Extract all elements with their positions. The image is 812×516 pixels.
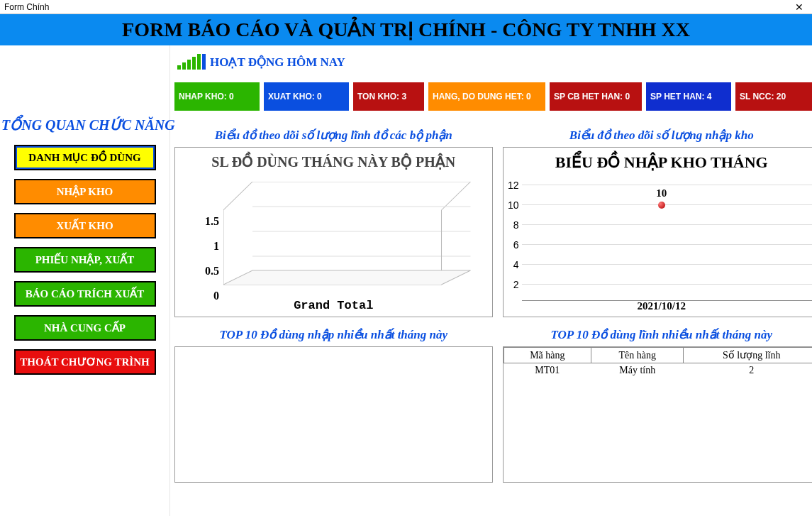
sidebar-header: TỔNG QUAN CHỨC NĂNG: [1, 116, 165, 133]
window-title: Form Chính: [4, 2, 49, 12]
stat-sp-het: SP HET HAN: 4: [646, 82, 731, 111]
window-titlebar: Form Chính ✕: [0, 0, 812, 14]
stat-xuat-kho: XUAT KHO: 0: [264, 82, 349, 111]
ytick: 6: [505, 239, 519, 251]
ytick: 2: [505, 279, 519, 290]
ytick: 1: [184, 240, 219, 253]
left-column: Biểu đồ theo dõi số lượng lĩnh đồ các bộ…: [174, 128, 493, 483]
table-row: MT01 Máy tính 2: [504, 363, 812, 378]
cell-sl-linh: 2: [684, 363, 812, 378]
th-sl-linh: Số lượng lĩnh: [684, 348, 812, 363]
stats-row: NHAP KHO: 0 XUAT KHO: 0 TON KHO: 3 HANG,…: [174, 82, 812, 111]
activity-label: HOẠT ĐỘNG HÔM NAY: [210, 55, 345, 70]
ytick: 4: [505, 259, 519, 270]
right-column: Biểu đồ theo dõi số lượng nhập kho BIỂU …: [503, 128, 813, 483]
chart-right-xlabel: 2021/10/12: [504, 300, 813, 312]
top-left-title: TOP 10 Đồ dùng nhập nhiều nhất tháng này: [174, 327, 493, 342]
cell-ten-hang: Máy tính: [591, 363, 684, 378]
plot-3d-area: [223, 182, 471, 295]
chart-left-xlabel: Grand Total: [175, 299, 492, 312]
ytick: 0.5: [184, 265, 219, 278]
stat-sp-cb-het: SP CB HET HAN: 0: [550, 82, 642, 111]
stat-hang-het: HANG, DO DUNG HET: 0: [428, 82, 545, 111]
bars-icon: [177, 54, 206, 70]
nav-nha-cung-cap[interactable]: NHÀ CUNG CẤP: [14, 315, 156, 341]
content-area: HOẠT ĐỘNG HÔM NAY NHAP KHO: 0 XUAT KHO: …: [170, 45, 812, 516]
nav-nhap-kho[interactable]: NHẬP KHO: [14, 179, 156, 204]
ytick: 1.5: [184, 215, 219, 228]
nav-xuat-kho[interactable]: XUẤT KHO: [14, 213, 156, 238]
chart-left: SL ĐỒ DÙNG THÁNG NÀY BỘ PHẬN 1.5 1 0.5 0: [174, 147, 493, 317]
sidebar: TỔNG QUAN CHỨC NĂNG DANH MỤC ĐỒ DÙNG NHẬ…: [0, 45, 170, 516]
data-point-label: 10: [656, 187, 667, 199]
cell-ma-hang: MT01: [504, 363, 591, 378]
top-right-title: TOP 10 Đồ dùng lĩnh nhiều nhất tháng này: [503, 327, 813, 342]
nav-danh-muc[interactable]: DANH MỤC ĐỒ DÙNG: [14, 145, 156, 170]
chart-left-title: SL ĐỒ DÙNG THÁNG NÀY BỘ PHẬN: [175, 148, 492, 170]
top-left-list: [174, 346, 493, 483]
stat-sl-ncc: SL NCC: 20: [735, 82, 812, 111]
close-icon[interactable]: ✕: [791, 1, 808, 13]
top-right-list: Mã hàng Tên hàng Số lượng lĩnh MT01 Máy …: [503, 346, 813, 483]
chart-left-panel-title: Biểu đồ theo dõi số lượng lĩnh đồ các bộ…: [174, 128, 493, 143]
nav-bao-cao[interactable]: BÁO CÁO TRÍCH XUẤT: [14, 281, 156, 307]
th-ma-hang: Mã hàng: [504, 348, 591, 363]
activity-header: HOẠT ĐỘNG HÔM NAY: [177, 54, 812, 70]
ytick: 8: [505, 219, 519, 231]
nav-phieu-nhap-xuat[interactable]: PHIẾU NHẬP, XUẤT: [14, 247, 156, 273]
chart-right-panel-title: Biểu đồ theo dõi số lượng nhập kho: [503, 128, 813, 143]
stat-nhap-kho: NHAP KHO: 0: [174, 82, 260, 111]
chart-right-title: BIỂU ĐỒ NHẬP KHO THÁNG: [504, 148, 813, 172]
ytick: 12: [505, 180, 519, 191]
ytick: 10: [505, 199, 519, 211]
data-point: [658, 202, 665, 209]
th-ten-hang: Tên hàng: [591, 348, 684, 363]
nav-thoat[interactable]: THOÁT CHƯƠNG TRÌNH: [14, 349, 156, 375]
banner-title: FORM BÁO CÁO VÀ QUẢN TRỊ CHÍNH - CÔNG TY…: [0, 14, 812, 45]
top-right-table: Mã hàng Tên hàng Số lượng lĩnh MT01 Máy …: [504, 347, 813, 378]
chart-right: BIỂU ĐỒ NHẬP KHO THÁNG 12 10 8 6 4 2 10: [503, 147, 813, 317]
stat-ton-kho: TON KHO: 3: [353, 82, 424, 111]
